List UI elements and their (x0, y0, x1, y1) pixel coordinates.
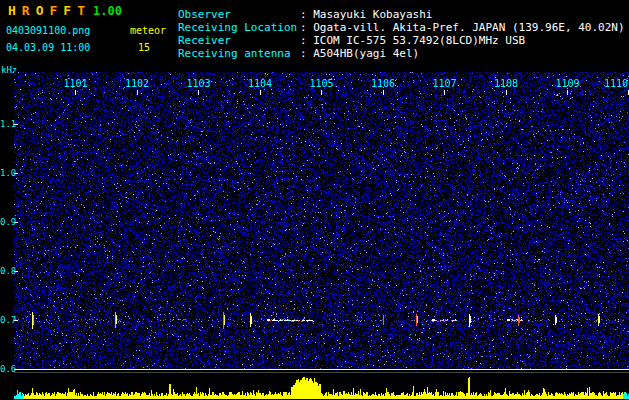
time-tick-label: 1103 (186, 78, 210, 89)
info-label: Receiver (178, 34, 300, 47)
time-tick-label: 1104 (248, 78, 272, 89)
time-tick-label: 1102 (125, 78, 149, 89)
time-tick-label: 1110 (604, 78, 628, 89)
info-row-location: Receiving Location: Ogata-vill. Akita-Pr… (178, 21, 625, 34)
app-title: HROFFT1.00 (8, 3, 122, 18)
app-title-letter: F (63, 3, 71, 18)
info-value: : Masayuki Kobayashi (300, 8, 432, 21)
echo-count: 15 (138, 42, 150, 53)
time-tick-label: 1105 (309, 78, 333, 89)
frequency-tick-label: 0.9 (0, 217, 16, 227)
time-tick-label: 1107 (432, 78, 456, 89)
info-row-receiver: Receiver: ICOM IC-575 53.7492(8LCD)MHz U… (178, 34, 625, 47)
time-tick-label: 1101 (63, 78, 87, 89)
frequency-tick-label: 1.0 (0, 168, 16, 178)
info-value: : ICOM IC-575 53.7492(8LCD)MHz USB (300, 34, 525, 47)
output-filename: 0403091100.png (6, 25, 90, 36)
app-title-letter: O (36, 3, 44, 18)
info-row-observer: Observer: Masayuki Kobayashi (178, 8, 625, 21)
app-title-letter: H (8, 3, 16, 18)
app-title-letter: T (77, 3, 85, 18)
info-value: : Ogata-vill. Akita-Pref. JAPAN (139.96E… (300, 21, 625, 34)
spectrogram-canvas (14, 72, 629, 400)
info-row-antenna: Receiving antenna: A504HB(yagi 4el) (178, 47, 625, 60)
frequency-tick-label: 0.7 (0, 315, 16, 325)
time-tick-label: 1109 (555, 78, 579, 89)
frequency-tick-label: 0.8 (0, 266, 16, 276)
info-label: Observer (178, 8, 300, 21)
mode-label: meteor (130, 25, 166, 36)
frequency-tick-label: 1.1 (0, 119, 16, 129)
info-label: Receiving antenna (178, 47, 300, 60)
app-title-letter: F (49, 3, 57, 18)
app-version: 1.00 (93, 4, 122, 18)
info-label: Receiving Location (178, 21, 300, 34)
datetime-label: 04.03.09 11:00 (6, 42, 90, 53)
hrofft-window: HROFFT1.00 0403091100.png meteor 04.03.0… (0, 0, 629, 400)
station-info: Observer: Masayuki Kobayashi Receiving L… (178, 8, 625, 60)
app-title-letter: R (22, 3, 30, 18)
frequency-tick-label: 0.6 (0, 364, 16, 374)
time-tick-label: 1106 (371, 78, 395, 89)
info-value: : A504HB(yagi 4el) (300, 47, 419, 60)
time-tick-label: 1108 (494, 78, 518, 89)
